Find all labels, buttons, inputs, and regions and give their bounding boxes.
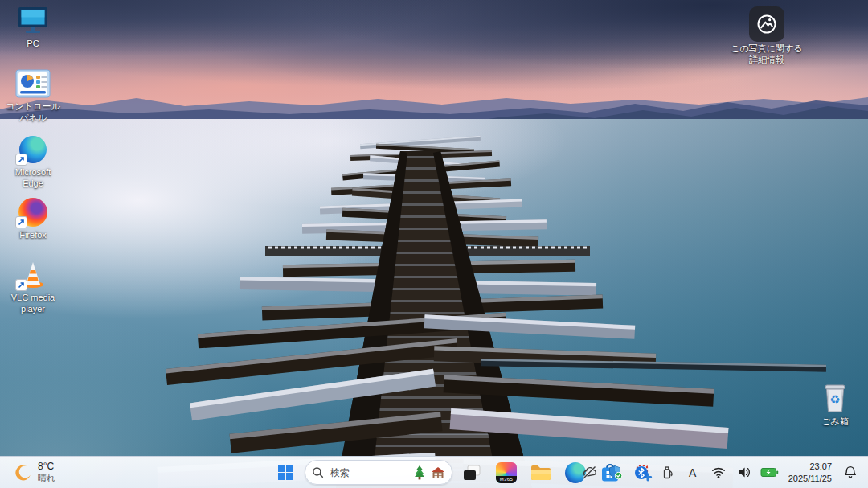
volume-icon[interactable] <box>731 459 757 486</box>
weather-condition: 晴れ <box>38 473 55 483</box>
svg-text:♻: ♻ <box>829 392 840 407</box>
desktop-icon-label: コントロール パネル <box>4 101 62 124</box>
weather-temperature: 8°C <box>38 461 55 473</box>
clock-date: 2025/11/25 <box>788 473 832 484</box>
desktop-icon-vlc[interactable]: VLC media player <box>4 259 62 315</box>
gingerbread-house-icon <box>431 465 445 480</box>
task-view-button[interactable] <box>457 459 487 486</box>
christmas-tree-icon <box>413 465 426 480</box>
shortcut-arrow-icon <box>15 216 27 228</box>
pc-icon <box>16 6 50 36</box>
widgets-weather-button[interactable]: 8°C 晴れ <box>6 457 63 488</box>
desktop: PC コントロール パネル Microsoft Edge <box>0 0 868 488</box>
desktop-icon-label: VLC media player <box>4 293 62 315</box>
notification-bell-icon[interactable] <box>837 459 866 486</box>
photo-icon <box>749 6 784 42</box>
bluetooth-icon[interactable] <box>628 459 654 486</box>
battery-icon[interactable] <box>757 459 783 486</box>
m365-copilot-icon: M365 <box>496 462 517 483</box>
windows-security-icon[interactable] <box>603 459 628 486</box>
start-button[interactable] <box>270 459 301 486</box>
control-panel-icon <box>15 69 51 98</box>
ime-mode-label: A <box>689 466 696 479</box>
search-icon <box>312 466 324 478</box>
recycle-bin-icon: ♻ <box>821 381 850 415</box>
photo-info-label: この写真に関する詳細情報 <box>731 43 803 66</box>
desktop-icon-control-panel[interactable]: コントロール パネル <box>4 68 62 124</box>
taskbar: 8°C 晴れ <box>0 456 868 488</box>
desktop-icon-pc[interactable]: PC <box>4 5 62 50</box>
desktop-icon-label: PC <box>27 39 39 50</box>
desktop-icon-firefox[interactable]: Firefox <box>4 196 62 241</box>
crescent-moon-icon <box>14 464 32 482</box>
search-box[interactable] <box>305 460 452 485</box>
file-explorer-icon <box>530 464 551 482</box>
wallpaper-pier <box>0 119 868 488</box>
onedrive-icon[interactable] <box>577 459 603 486</box>
clock-time: 23:07 <box>809 461 832 472</box>
ime-mode-indicator[interactable]: A <box>680 459 706 486</box>
recycle-bin[interactable]: ♻ ごみ箱 <box>809 381 862 428</box>
desktop-icon-edge[interactable]: Microsoft Edge <box>4 133 62 190</box>
wifi-icon[interactable] <box>706 459 731 486</box>
file-explorer-button[interactable] <box>526 459 556 486</box>
shortcut-arrow-icon <box>15 154 27 166</box>
clock[interactable]: 23:07 2025/11/25 <box>783 459 837 486</box>
recycle-bin-label: ごみ箱 <box>821 416 849 428</box>
photo-info-button[interactable]: この写真に関する詳細情報 <box>728 6 805 66</box>
windows-logo-icon <box>277 464 294 481</box>
m365-copilot-button[interactable]: M365 <box>491 459 522 486</box>
shortcut-arrow-icon <box>15 279 27 291</box>
desktop-icon-label: Firefox <box>19 230 47 241</box>
m365-badge: M365 <box>496 476 517 483</box>
system-tray: A <box>577 457 866 488</box>
desktop-icon-label: Microsoft Edge <box>4 167 62 190</box>
usb-device-icon[interactable] <box>654 459 680 486</box>
task-view-icon <box>462 464 481 482</box>
search-input[interactable] <box>329 466 408 479</box>
